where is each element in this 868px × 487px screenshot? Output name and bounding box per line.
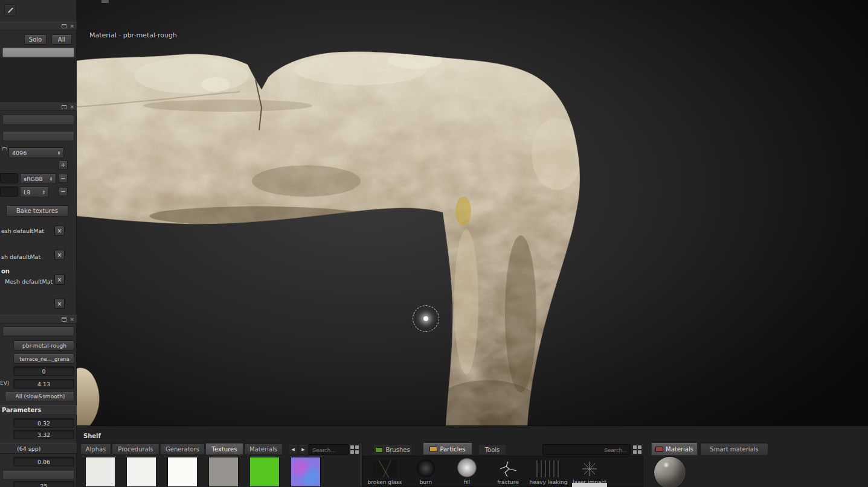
remove-channel-button[interactable]: − <box>59 187 68 196</box>
application-window: × Solo All × 4096 ▴▾ + sRGB8 ▴▾ − L8 ▴▾ … <box>0 0 868 487</box>
tab-particles[interactable]: Particles <box>423 443 472 455</box>
remove-mesh-button[interactable]: × <box>54 226 65 236</box>
tab-generators[interactable]: Generators <box>160 444 205 455</box>
tab-brushes[interactable]: Brushes <box>373 444 412 455</box>
brush-label: broken glass <box>368 479 402 485</box>
brush-label: burn <box>420 479 432 485</box>
parameter-field[interactable]: 3.32 <box>13 430 74 439</box>
brush-item[interactable]: broken glass <box>365 456 405 485</box>
fracture-icon <box>496 460 520 477</box>
tab-brushes-label: Brushes <box>385 447 410 453</box>
shader-name: pbr-metal-rough <box>17 343 72 349</box>
grid-view-icon[interactable] <box>632 445 642 454</box>
particles-icon <box>429 447 437 452</box>
close-icon[interactable]: × <box>69 24 74 29</box>
brush-item[interactable]: burn <box>406 456 446 485</box>
remove-mesh-button[interactable]: × <box>54 250 65 260</box>
collapsed-dropdown[interactable] <box>2 470 74 480</box>
exposure-field[interactable]: 4.13 <box>13 379 74 389</box>
remove-channel-button[interactable]: − <box>59 174 68 183</box>
tab-smart-materials-label: Smart materials <box>710 446 758 453</box>
small-stone <box>77 368 99 425</box>
tab-tools[interactable]: Tools <box>478 444 506 455</box>
close-icon[interactable]: × <box>69 317 74 322</box>
tab-materials-lib[interactable]: Materials <box>244 444 283 455</box>
solo-button[interactable]: Solo <box>24 34 47 45</box>
brushes-icon <box>375 447 383 453</box>
tab-procedurals[interactable]: Procedurals <box>112 444 159 455</box>
shelf-title: Shelf <box>83 433 101 439</box>
nav-prev-button[interactable]: ◀ <box>288 444 298 455</box>
add-channel-button[interactable]: + <box>59 161 68 170</box>
color-format-select[interactable]: sRGB8 ▴▾ <box>20 173 56 184</box>
panel-content-area <box>0 58 77 103</box>
material-sphere-thumbnail[interactable] <box>654 457 686 487</box>
stepper-icon[interactable]: ▴▾ <box>48 176 54 181</box>
resolution-select[interactable]: 4096 ▴▾ <box>8 147 64 158</box>
remove-mesh-button[interactable]: × <box>54 275 65 285</box>
collapsed-dropdown[interactable] <box>2 326 74 336</box>
color-format-value: sRGB8 <box>24 176 48 182</box>
tab-particles-label: Particles <box>440 446 465 453</box>
viewport-3d[interactable]: Material - pbr-metal-rough <box>77 0 868 425</box>
dock-icon[interactable] <box>62 24 66 28</box>
stepper-icon[interactable]: ▴▾ <box>41 189 47 194</box>
paint-tool-button[interactable] <box>4 4 16 16</box>
remove-mesh-button[interactable]: × <box>54 299 65 309</box>
panel-header-viewer: × <box>0 22 77 30</box>
texture-thumbnail-normal-map[interactable] <box>291 457 321 487</box>
dock-icon[interactable] <box>62 317 66 322</box>
texture-thumbnail[interactable] <box>126 457 156 487</box>
parameter-field[interactable]: 25 <box>13 481 74 487</box>
panel-header-display: × <box>0 315 77 323</box>
dock-icon[interactable] <box>62 105 66 109</box>
parameter-field[interactable]: 0.32 <box>13 418 74 428</box>
shader-select[interactable]: pbr-metal-rough <box>13 340 74 351</box>
brush-item[interactable]: laser impact <box>570 456 609 485</box>
tab-smart-materials[interactable]: Smart materials <box>700 443 768 456</box>
tab-textures[interactable]: Textures <box>205 444 243 455</box>
exposure-label: EV) <box>0 380 9 386</box>
bake-textures-button[interactable]: Bake textures <box>6 205 68 217</box>
nav-next-button[interactable]: ▶ <box>298 444 308 455</box>
stepper-icon[interactable]: ▴▾ <box>56 150 62 155</box>
collapsed-dropdown[interactable] <box>2 115 74 125</box>
mesh-item-label: sh defaultMat <box>1 253 53 260</box>
collapsed-dropdown[interactable] <box>2 131 74 141</box>
close-icon[interactable]: × <box>69 104 74 110</box>
stone-mesh <box>77 0 868 425</box>
brush-item[interactable]: fracture <box>488 456 528 485</box>
environment-name: terrace_ne..._grana <box>17 356 72 362</box>
mesh-item-label: esh defaultMat <box>1 228 53 234</box>
brush-item[interactable]: fill <box>447 456 487 485</box>
quality-value: All (slow&smooth) <box>8 393 72 399</box>
tab-materials[interactable]: Materials <box>651 443 698 456</box>
brush-item[interactable]: heavy leaking <box>529 456 568 485</box>
heavy-leaking-icon <box>536 460 561 477</box>
broken-glass-icon <box>373 460 397 477</box>
search-input[interactable] <box>309 444 349 455</box>
search-input[interactable] <box>542 444 631 455</box>
samples-label: (64 spp) <box>17 445 41 452</box>
normal-map-pattern <box>291 457 320 486</box>
selected-list-row[interactable] <box>2 48 74 57</box>
tab-alphas[interactable]: Alphas <box>80 444 111 455</box>
laser-impact-icon <box>577 460 602 477</box>
texture-thumbnail[interactable] <box>249 457 280 487</box>
partial-thumbnail[interactable] <box>572 483 607 487</box>
parameter-field[interactable]: 0.06 <box>13 457 74 466</box>
texture-thumbnail[interactable] <box>167 457 198 487</box>
texture-thumbnail[interactable] <box>85 457 115 487</box>
parameters-header: Parameters <box>0 405 77 415</box>
channel-swatch[interactable] <box>0 186 18 197</box>
bit-depth-select[interactable]: L8 ▴▾ <box>20 186 49 197</box>
channel-swatch[interactable] <box>0 173 18 183</box>
texture-thumbnail[interactable] <box>208 457 239 487</box>
all-button[interactable]: All <box>51 34 72 45</box>
grid-view-icon[interactable] <box>350 445 359 454</box>
env-rotation-field[interactable]: 0 <box>13 366 74 376</box>
tab-tools-label: Tools <box>485 447 500 453</box>
environment-select[interactable]: terrace_ne..._grana <box>13 354 74 364</box>
quality-select[interactable]: All (slow&smooth) <box>5 391 74 401</box>
materials-icon <box>655 447 663 452</box>
